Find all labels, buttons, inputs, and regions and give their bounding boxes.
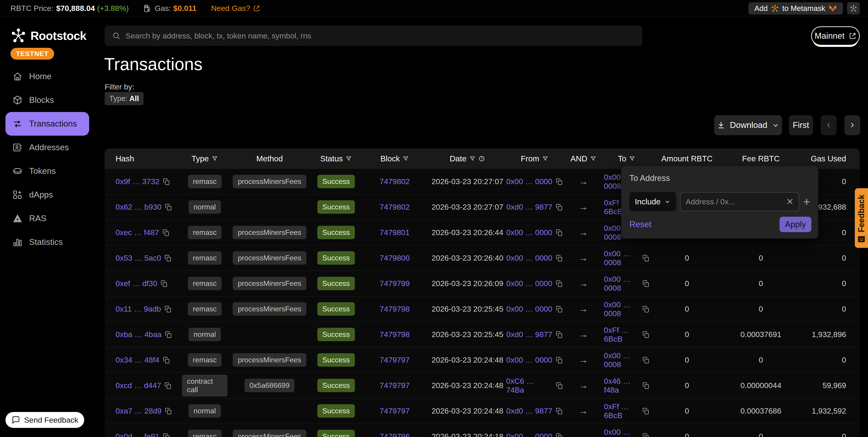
copy-icon[interactable] [555, 433, 563, 437]
copy-icon[interactable] [555, 305, 563, 313]
from-address-link[interactable]: 0x00 … 0000 [506, 432, 552, 437]
tx-hash-link[interactable]: 0xef … df30 [116, 279, 157, 288]
clear-input-icon[interactable]: ✕ [786, 197, 794, 207]
block-link[interactable]: 7479800 [380, 254, 410, 262]
sidebar-item-transactions[interactable]: Transactions [5, 112, 89, 136]
block-link[interactable]: 7479798 [380, 304, 410, 313]
sidebar-item-tokens[interactable]: Tokens [0, 159, 95, 183]
to-address-link[interactable]: 0x00 … 0008 [604, 275, 639, 292]
brand[interactable]: Rootstock [0, 17, 95, 44]
copy-icon[interactable] [642, 305, 649, 313]
copy-icon[interactable] [642, 280, 649, 287]
download-button[interactable]: Download [714, 115, 782, 135]
reset-button[interactable]: Reset [629, 220, 651, 229]
add-to-metamask-button[interactable]: Add to Metamask [748, 2, 843, 14]
type-filter-chip[interactable]: Type:All [105, 92, 144, 105]
copy-icon[interactable] [555, 331, 563, 338]
include-dropdown[interactable]: Include [629, 192, 676, 211]
header-from[interactable]: From [506, 154, 563, 163]
copy-icon[interactable] [555, 280, 563, 287]
copy-icon[interactable] [642, 255, 649, 262]
header-block[interactable]: Block [361, 154, 429, 163]
from-address-link[interactable]: 0x00 … 0000 [506, 228, 552, 237]
prev-page-button[interactable] [821, 115, 837, 135]
from-address-link[interactable]: 0x00 … 0000 [506, 304, 552, 313]
copy-icon[interactable] [555, 203, 563, 211]
to-address-link[interactable]: 0xFf … 6BcB [604, 402, 639, 420]
from-address-link[interactable]: 0x00 … 0000 [506, 279, 552, 288]
tx-hash-link[interactable]: 0x0d … fe91 [116, 432, 159, 437]
next-page-button[interactable] [844, 115, 860, 135]
header-type[interactable]: Type [182, 154, 227, 163]
copy-icon[interactable] [555, 178, 563, 185]
block-link[interactable]: 7479802 [380, 203, 410, 211]
tx-hash-link[interactable]: 0x53 … 5ac0 [116, 254, 161, 262]
copy-icon[interactable] [642, 331, 649, 338]
from-address-link[interactable]: 0x00 … 0000 [506, 254, 552, 262]
copy-icon[interactable] [642, 382, 649, 389]
header-date[interactable]: Date [429, 154, 506, 163]
copy-icon[interactable] [642, 356, 649, 364]
header-to[interactable]: To [604, 154, 649, 163]
copy-icon[interactable] [164, 382, 172, 389]
sidebar-item-blocks[interactable]: Blocks [0, 88, 95, 112]
from-address-link[interactable]: 0x00 … 0000 [506, 355, 552, 365]
apply-button[interactable]: Apply [779, 217, 811, 232]
from-address-link[interactable]: 0xd0 … 9877 [506, 203, 552, 211]
from-address-link[interactable]: 0xd0 … 9877 [506, 330, 552, 339]
header-and[interactable]: AND [563, 154, 604, 163]
block-link[interactable]: 7479801 [380, 228, 410, 237]
block-link[interactable]: 7479802 [380, 177, 410, 186]
tx-hash-link[interactable]: 0xcd … d447 [116, 381, 161, 390]
block-link[interactable]: 7479798 [380, 330, 410, 339]
feedback-tab[interactable]: Feedback [855, 188, 868, 248]
block-link[interactable]: 7479799 [380, 279, 410, 288]
block-link[interactable]: 7479797 [380, 381, 410, 390]
sidebar-item-addresses[interactable]: Addresses [0, 136, 95, 159]
tx-hash-link[interactable]: 0x9f … 3732 [116, 177, 159, 186]
sidebar-item-statistics[interactable]: Statistics [0, 230, 95, 254]
copy-icon[interactable] [556, 382, 563, 389]
block-link[interactable]: 7479797 [380, 407, 410, 415]
copy-icon[interactable] [165, 331, 172, 338]
copy-icon[interactable] [642, 433, 649, 437]
tx-hash-link[interactable]: 0x11 … 9adb [116, 304, 161, 313]
address-input[interactable] [686, 197, 786, 206]
block-link[interactable]: 7479796 [380, 432, 410, 437]
tx-hash-link[interactable]: 0xec … f487 [116, 228, 159, 237]
block-link[interactable]: 7479797 [380, 355, 410, 365]
to-address-link[interactable]: 0x00 … 0008 [604, 428, 639, 437]
to-address-link[interactable]: 0x00 … 0008 [604, 300, 639, 318]
to-address-link[interactable]: 0x00 … 0008 [604, 351, 639, 369]
from-address-link[interactable]: 0x00 … 0000 [506, 177, 552, 186]
to-address-link[interactable]: 0x46 … f48a [604, 377, 639, 395]
copy-icon[interactable] [163, 178, 170, 185]
sidebar-item-dapps[interactable]: dApps [0, 183, 95, 207]
sidebar-item-home[interactable]: Home [0, 65, 95, 88]
copy-icon[interactable] [164, 305, 172, 313]
from-address-link[interactable]: 0xd0 … 9877 [506, 407, 552, 415]
copy-icon[interactable] [165, 407, 172, 415]
from-address-link[interactable]: 0xC6 … 74Ba [506, 377, 553, 395]
rootstock-network-button[interactable] [847, 2, 860, 14]
copy-icon[interactable] [555, 255, 563, 262]
copy-icon[interactable] [642, 407, 649, 415]
copy-icon[interactable] [163, 356, 170, 364]
need-gas-link[interactable]: Need Gas? [211, 4, 260, 13]
sidebar-item-ras[interactable]: RAS [0, 207, 95, 230]
copy-icon[interactable] [555, 407, 563, 415]
send-feedback-button[interactable]: Send Feedback [5, 412, 84, 428]
copy-icon[interactable] [163, 433, 170, 437]
copy-icon[interactable] [160, 280, 168, 287]
copy-icon[interactable] [555, 229, 563, 236]
header-status[interactable]: Status [312, 154, 361, 163]
copy-icon[interactable] [555, 356, 563, 364]
copy-icon[interactable] [165, 203, 172, 211]
first-page-button[interactable]: First [789, 115, 813, 135]
to-address-link[interactable]: 0xFf … 6BcB [604, 326, 639, 344]
tx-hash-link[interactable]: 0x34 … 48f4 [116, 355, 159, 365]
tx-hash-link[interactable]: 0x62 … b930 [116, 203, 161, 211]
search-input[interactable] [126, 31, 642, 40]
tx-hash-link[interactable]: 0xa7 … 28d9 [116, 407, 161, 415]
copy-icon[interactable] [164, 255, 172, 262]
